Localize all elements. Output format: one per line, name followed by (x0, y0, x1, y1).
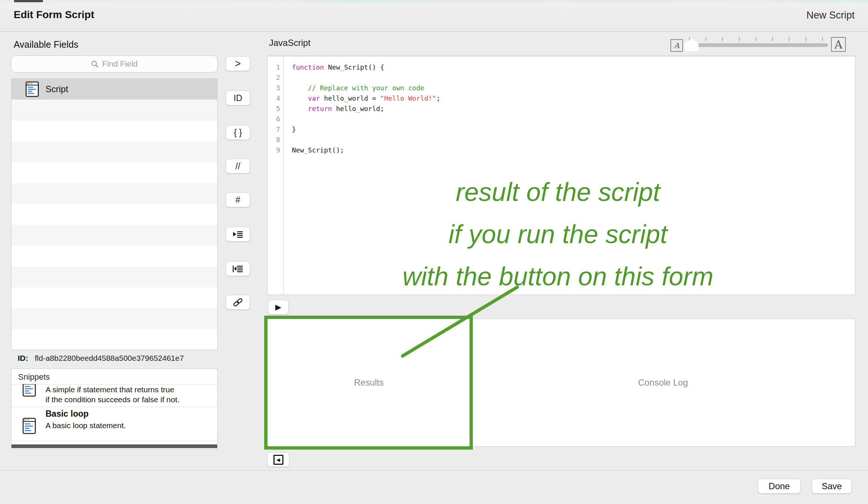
font-size-small-icon: A (670, 39, 683, 52)
slider-tick (822, 37, 823, 41)
empty-field-row (11, 100, 217, 120)
console-log-label: Console Log (638, 377, 688, 388)
header-bar: Edit Form Script New Script (0, 0, 868, 32)
line-number: 2 (268, 73, 283, 83)
divider (11, 441, 217, 441)
line-number-gutter: 1 2 3 4 5 6 7 8 9 (268, 56, 284, 295)
slider-tick (739, 37, 740, 41)
empty-field-row (11, 121, 217, 141)
indent-left-button[interactable] (226, 261, 250, 276)
snippet-title: Basic loop (46, 409, 88, 419)
code-token: New_Script(); (292, 146, 344, 154)
snippets-heading: Snippets (18, 372, 50, 382)
field-list: Script (11, 78, 218, 350)
code-text[interactable]: function New_Script() { // Replace with … (292, 62, 854, 155)
code-token: } (292, 125, 296, 133)
annotation-line: if you run the script (336, 213, 780, 255)
slider-tick (706, 37, 706, 41)
empty-field-row (11, 246, 217, 266)
field-row-script[interactable]: Script (11, 79, 217, 100)
empty-field-row (11, 141, 217, 162)
code-token: hello_world; (332, 105, 384, 112)
empty-field-row (11, 329, 217, 350)
code-line: var hello_world = "Hello World!"; (292, 93, 854, 104)
snippets-list: A simple if statement that returns true … (11, 384, 217, 449)
code-line: // Replace with your own code (292, 83, 854, 93)
slider-tick (722, 37, 723, 41)
line-number: 6 (268, 114, 283, 124)
search-icon (91, 60, 99, 68)
code-line: } (292, 124, 854, 135)
code-token: hello_world = (320, 94, 380, 102)
slider-tick (772, 37, 773, 41)
insert-field-button[interactable]: > (226, 56, 250, 71)
code-line: return hello_world; (292, 104, 854, 114)
code-token: function (292, 63, 324, 71)
annotation-text: result of the script if you run the scri… (336, 171, 780, 298)
font-size-large-icon: A (831, 37, 846, 52)
insert-link-button[interactable] (226, 295, 250, 310)
empty-field-row (11, 267, 217, 288)
empty-field-row (11, 204, 217, 225)
code-line: function New_Script() { (292, 62, 854, 73)
snippet-icon (23, 384, 36, 397)
line-number: 5 (268, 104, 283, 114)
indent-right-button[interactable] (226, 227, 250, 242)
annotation-line: result of the script (336, 171, 780, 213)
left-triangle-icon: ◀ (276, 457, 280, 463)
code-line (292, 135, 854, 145)
code-token: "Hello World!" (380, 94, 436, 102)
font-size-slider[interactable] (687, 43, 828, 47)
snippet-desc-line: if the condition succeeds or false if no… (46, 394, 179, 404)
insert-hash-button[interactable]: # (226, 192, 250, 207)
field-id-line: ID:fld-a8b2280beedd4588a500e379652461e7 (18, 354, 184, 363)
play-icon: ▶ (275, 303, 281, 312)
code-token: var (292, 94, 320, 102)
save-button[interactable]: Save (812, 479, 852, 494)
run-script-button[interactable]: ▶ (268, 300, 289, 315)
available-fields-heading: Available Fields (14, 39, 78, 50)
done-button[interactable]: Done (758, 479, 801, 494)
insert-braces-button[interactable]: { } (226, 125, 250, 140)
code-token: return (292, 105, 332, 112)
line-number: 8 (268, 135, 283, 145)
line-number: 1 (268, 62, 283, 73)
field-id-value: fld-a8b2280beedd4588a500e379652461e7 (35, 354, 184, 362)
top-strip (0, 0, 868, 3)
snippet-icon (23, 418, 36, 434)
line-number: 7 (268, 124, 283, 135)
collapse-icon: ◀ (273, 455, 283, 465)
snippets-partial-row (11, 444, 217, 448)
code-line (292, 114, 854, 124)
field-id-label: ID: (18, 354, 28, 362)
empty-field-row (11, 162, 217, 183)
footer-divider (0, 470, 868, 471)
slider-tick (756, 37, 756, 41)
javascript-heading: JavaScript (269, 38, 310, 48)
empty-field-row (11, 225, 217, 246)
comment-button[interactable]: // (226, 159, 250, 174)
slider-tick (805, 37, 806, 41)
line-number: 4 (268, 93, 283, 104)
insert-id-button[interactable]: ID (226, 91, 250, 105)
results-panel: Results (267, 319, 471, 447)
font-size-slider-thumb[interactable] (684, 39, 699, 51)
code-line (292, 73, 854, 83)
link-icon (232, 298, 244, 307)
line-number: 3 (268, 83, 283, 93)
results-label: Results (354, 377, 384, 388)
script-field-icon (26, 81, 39, 97)
snippets-panel: Snippets A simple if statement that retu… (11, 369, 218, 449)
script-name-label: New Script (806, 10, 855, 21)
search-placeholder: Find Field (102, 59, 138, 69)
code-token: New_Script() { (324, 63, 384, 71)
indent-left-icon (232, 264, 244, 273)
collapse-panel-button[interactable]: ◀ (267, 452, 289, 467)
top-strip-shadow (14, 0, 43, 2)
find-field-input[interactable]: Find Field (11, 56, 218, 73)
code-token: ; (436, 94, 440, 102)
page-title: Edit Form Script (14, 9, 94, 21)
indent-right-icon (232, 230, 244, 239)
edit-form-script-dialog: Edit Form Script New Script Available Fi… (0, 0, 868, 504)
code-token: // Replace with your own code (292, 84, 424, 92)
